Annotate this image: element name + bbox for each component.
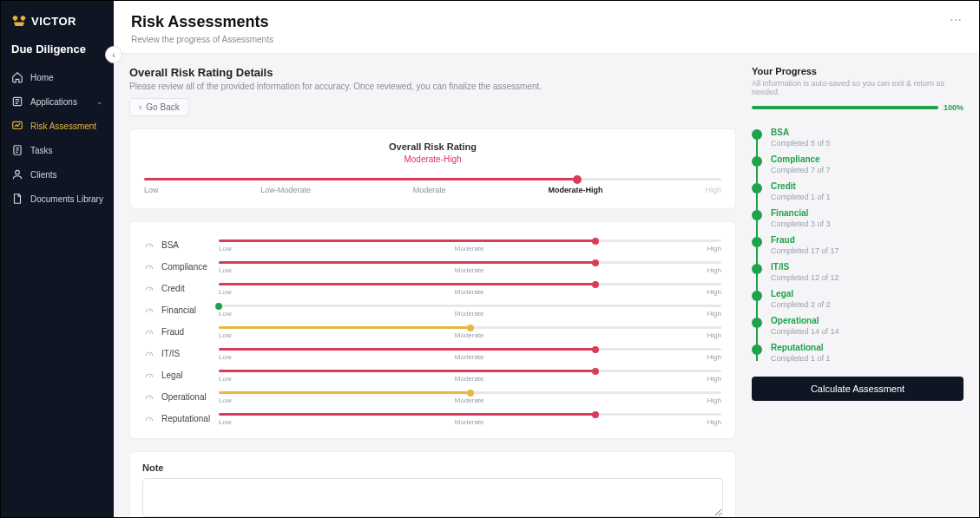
progress-subtitle: All information is auto-saved so you can… [752,79,964,96]
tick-high: High [707,245,721,252]
progress-item-name: Credit [771,181,831,191]
clients-icon [11,168,23,180]
nav-home[interactable]: Home [1,66,114,89]
nav-tasks[interactable]: Tasks [1,139,114,161]
progress-item[interactable]: BSA Completed 5 of 5 [752,124,964,151]
tick-low: Low [219,288,232,296]
category-label: Reputational [161,414,212,423]
category-row: Fraud Low Moderate High [144,319,721,341]
nav-label: Home [30,73,54,82]
go-back-label: Go Back [146,102,179,112]
category-row: Legal Low Moderate High [144,363,721,384]
category-slider[interactable] [219,348,721,351]
progress-item-name: Financial [771,208,831,218]
overall-tick-label: Moderate-High [549,186,603,194]
category-label: IT/IS [161,349,212,358]
category-slider[interactable] [219,305,721,307]
gauge-icon [144,284,155,294]
overall-tick-label: Low [144,186,159,194]
gauge-icon [144,240,155,251]
progress-item[interactable]: Operational Completed 14 of 14 [752,312,964,339]
sidebar-collapse-button[interactable]: ‹ [105,46,122,63]
gauge-icon [144,349,155,359]
nav-applications[interactable]: Applications ⌄ [1,90,114,113]
category-slider[interactable] [219,326,721,329]
gauge-icon [144,262,155,272]
progress-item[interactable]: Credit Completed 1 of 1 [752,178,964,205]
progress-item[interactable]: Reputational Completed 1 of 1 [752,339,964,366]
category-row: Operational Low Moderate High [144,384,721,406]
overall-tick-label: Low-Moderate [260,186,311,194]
category-slider[interactable] [219,391,721,394]
tick-low: Low [219,353,232,361]
progress-item[interactable]: Fraud Completed 17 of 17 [752,232,964,259]
chevron-down-icon: ⌄ [96,97,103,106]
progress-item-name: Compliance [771,154,831,164]
nav-label: Clients [30,170,57,180]
progress-item-name: Legal [771,289,831,298]
home-icon [11,71,23,83]
progress-item-sub: Completed 14 of 14 [771,327,839,336]
overall-rating-slider[interactable]: LowLow-ModerateModerateModerate-HighHigh [144,178,721,194]
nav-documents[interactable]: Documents Library [1,187,114,210]
calculate-assessment-button[interactable]: Calculate Assessment [752,377,964,401]
progress-item-name: Reputational [771,343,831,352]
nav: Home Applications ⌄ Risk Assessment Task… [1,66,114,210]
section-header: Overall Risk Rating Details Please revie… [129,66,736,116]
chevron-left-icon: ‹ [139,102,141,112]
note-textarea[interactable] [142,478,723,517]
progress-item-sub: Completed 5 of 5 [771,139,831,148]
progress-item[interactable]: Financial Completed 3 of 3 [752,205,964,232]
nav-risk-assessment[interactable]: Risk Assessment [1,115,114,137]
tick-mid: Moderate [455,331,484,339]
tick-high: High [707,288,721,296]
tick-low: Low [219,310,232,318]
category-slider[interactable] [219,413,721,416]
gauge-icon [144,305,155,316]
nav-label: Documents Library [30,194,103,204]
overall-rating-value: Moderate-High [144,154,721,164]
tick-mid: Moderate [455,397,484,404]
category-label: BSA [161,240,212,250]
category-row: Compliance Low Moderate High [144,254,721,276]
go-back-button[interactable]: ‹ Go Back [129,98,189,116]
progress-percent: 100% [944,103,964,112]
progress-item[interactable]: IT/IS Completed 12 of 12 [752,259,964,285]
progress-item[interactable]: Compliance Completed 7 of 7 [752,151,964,178]
gauge-icon [144,414,155,424]
tick-low: Low [219,375,232,383]
progress-item[interactable]: Legal Completed 2 of 2 [752,285,964,312]
tick-high: High [707,353,721,361]
category-slider[interactable] [219,283,721,285]
nav-label: Risk Assessment [30,121,96,131]
category-slider[interactable] [219,239,721,242]
nav-clients[interactable]: Clients [1,163,114,186]
category-ratings-card: BSA Low Moderate High Compliance Low Mod… [129,221,736,439]
note-card: Note 0 / 2048 Save note [129,451,736,517]
brand-logo: VICTOR [1,10,114,37]
more-icon[interactable]: ⋯ [950,13,962,27]
category-label: Legal [161,370,212,380]
progress-checklist: BSA Completed 5 of 5 Compliance Complete… [752,124,964,366]
tick-mid: Moderate [455,310,484,318]
tick-high: High [707,331,721,339]
category-label: Fraud [161,327,212,337]
progress-dot-icon [752,156,762,167]
chevron-left-icon: ‹ [112,50,115,60]
brand-name: VICTOR [31,15,76,28]
progress-item-sub: Completed 1 of 1 [771,354,831,363]
category-slider[interactable] [219,370,721,372]
svg-point-3 [16,170,20,174]
progress-dot-icon [752,129,762,140]
tick-mid: Moderate [455,266,484,274]
category-slider[interactable] [219,261,721,264]
sidebar: VICTOR Due Diligence Home Applications ⌄… [1,1,114,517]
tick-mid: Moderate [455,418,484,426]
section-title: Overall Risk Rating Details [129,66,736,79]
nav-label: Tasks [30,146,53,155]
progress-panel: Your Progress All information is auto-sa… [752,66,964,500]
overall-rating-title: Overall Risk Rating [144,141,721,152]
gauge-icon [144,392,155,403]
overall-rating-card: Overall Risk Rating Moderate-High LowLow… [129,128,736,209]
tick-high: High [707,266,721,274]
